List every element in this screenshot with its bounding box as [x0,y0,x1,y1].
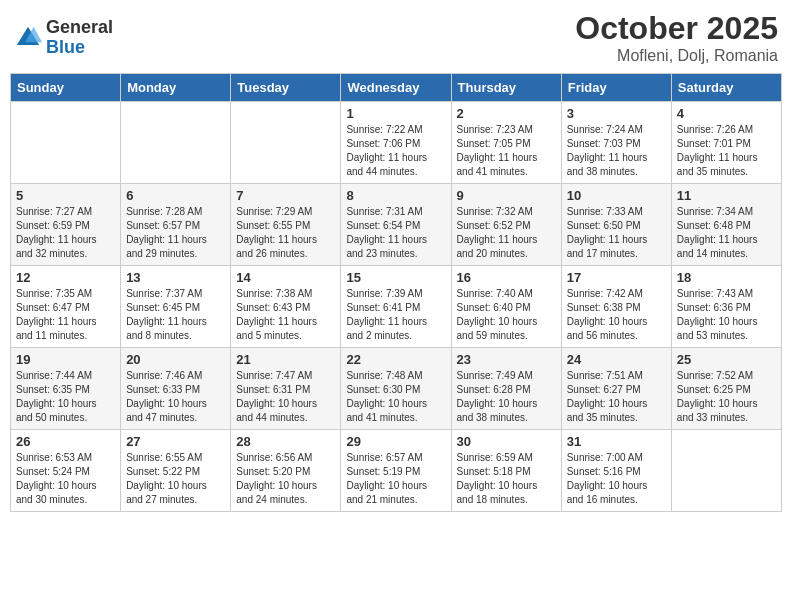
calendar-cell: 1Sunrise: 7:22 AM Sunset: 7:06 PM Daylig… [341,102,451,184]
logo-icon [14,24,42,52]
day-number: 27 [126,434,225,449]
day-info: Sunrise: 7:44 AM Sunset: 6:35 PM Dayligh… [16,369,115,425]
calendar-cell: 14Sunrise: 7:38 AM Sunset: 6:43 PM Dayli… [231,266,341,348]
calendar-cell: 5Sunrise: 7:27 AM Sunset: 6:59 PM Daylig… [11,184,121,266]
day-number: 25 [677,352,776,367]
day-number: 19 [16,352,115,367]
calendar-cell: 22Sunrise: 7:48 AM Sunset: 6:30 PM Dayli… [341,348,451,430]
calendar-cell: 19Sunrise: 7:44 AM Sunset: 6:35 PM Dayli… [11,348,121,430]
day-number: 6 [126,188,225,203]
calendar-cell: 6Sunrise: 7:28 AM Sunset: 6:57 PM Daylig… [121,184,231,266]
calendar-cell [11,102,121,184]
day-info: Sunrise: 7:51 AM Sunset: 6:27 PM Dayligh… [567,369,666,425]
calendar-cell: 9Sunrise: 7:32 AM Sunset: 6:52 PM Daylig… [451,184,561,266]
calendar-cell: 10Sunrise: 7:33 AM Sunset: 6:50 PM Dayli… [561,184,671,266]
day-info: Sunrise: 7:42 AM Sunset: 6:38 PM Dayligh… [567,287,666,343]
day-number: 9 [457,188,556,203]
logo-blue-text: Blue [46,38,113,58]
day-number: 10 [567,188,666,203]
day-info: Sunrise: 7:00 AM Sunset: 5:16 PM Dayligh… [567,451,666,507]
calendar-cell: 24Sunrise: 7:51 AM Sunset: 6:27 PM Dayli… [561,348,671,430]
day-info: Sunrise: 7:23 AM Sunset: 7:05 PM Dayligh… [457,123,556,179]
day-info: Sunrise: 7:31 AM Sunset: 6:54 PM Dayligh… [346,205,445,261]
calendar-cell: 2Sunrise: 7:23 AM Sunset: 7:05 PM Daylig… [451,102,561,184]
calendar-cell: 26Sunrise: 6:53 AM Sunset: 5:24 PM Dayli… [11,430,121,512]
day-info: Sunrise: 7:27 AM Sunset: 6:59 PM Dayligh… [16,205,115,261]
weekday-header-friday: Friday [561,74,671,102]
logo-text: General Blue [46,18,113,58]
day-info: Sunrise: 7:29 AM Sunset: 6:55 PM Dayligh… [236,205,335,261]
calendar-cell: 13Sunrise: 7:37 AM Sunset: 6:45 PM Dayli… [121,266,231,348]
day-number: 14 [236,270,335,285]
day-number: 29 [346,434,445,449]
calendar-week-row: 1Sunrise: 7:22 AM Sunset: 7:06 PM Daylig… [11,102,782,184]
day-info: Sunrise: 7:32 AM Sunset: 6:52 PM Dayligh… [457,205,556,261]
day-info: Sunrise: 7:35 AM Sunset: 6:47 PM Dayligh… [16,287,115,343]
calendar-cell: 8Sunrise: 7:31 AM Sunset: 6:54 PM Daylig… [341,184,451,266]
calendar-cell: 25Sunrise: 7:52 AM Sunset: 6:25 PM Dayli… [671,348,781,430]
calendar-cell: 30Sunrise: 6:59 AM Sunset: 5:18 PM Dayli… [451,430,561,512]
day-number: 23 [457,352,556,367]
day-info: Sunrise: 6:59 AM Sunset: 5:18 PM Dayligh… [457,451,556,507]
day-info: Sunrise: 6:53 AM Sunset: 5:24 PM Dayligh… [16,451,115,507]
day-number: 18 [677,270,776,285]
calendar-week-row: 26Sunrise: 6:53 AM Sunset: 5:24 PM Dayli… [11,430,782,512]
day-info: Sunrise: 7:46 AM Sunset: 6:33 PM Dayligh… [126,369,225,425]
day-info: Sunrise: 6:57 AM Sunset: 5:19 PM Dayligh… [346,451,445,507]
calendar-cell: 29Sunrise: 6:57 AM Sunset: 5:19 PM Dayli… [341,430,451,512]
day-number: 13 [126,270,225,285]
page-header: General Blue October 2025 Mofleni, Dolj,… [10,10,782,65]
calendar-cell: 28Sunrise: 6:56 AM Sunset: 5:20 PM Dayli… [231,430,341,512]
calendar-week-row: 12Sunrise: 7:35 AM Sunset: 6:47 PM Dayli… [11,266,782,348]
calendar-cell: 3Sunrise: 7:24 AM Sunset: 7:03 PM Daylig… [561,102,671,184]
day-info: Sunrise: 7:39 AM Sunset: 6:41 PM Dayligh… [346,287,445,343]
day-info: Sunrise: 7:47 AM Sunset: 6:31 PM Dayligh… [236,369,335,425]
day-number: 30 [457,434,556,449]
day-info: Sunrise: 7:52 AM Sunset: 6:25 PM Dayligh… [677,369,776,425]
calendar-week-row: 5Sunrise: 7:27 AM Sunset: 6:59 PM Daylig… [11,184,782,266]
calendar-cell: 17Sunrise: 7:42 AM Sunset: 6:38 PM Dayli… [561,266,671,348]
day-number: 1 [346,106,445,121]
weekday-header-thursday: Thursday [451,74,561,102]
day-info: Sunrise: 7:26 AM Sunset: 7:01 PM Dayligh… [677,123,776,179]
calendar-cell: 20Sunrise: 7:46 AM Sunset: 6:33 PM Dayli… [121,348,231,430]
day-number: 3 [567,106,666,121]
calendar-cell [231,102,341,184]
day-number: 17 [567,270,666,285]
day-info: Sunrise: 7:38 AM Sunset: 6:43 PM Dayligh… [236,287,335,343]
day-number: 5 [16,188,115,203]
day-number: 12 [16,270,115,285]
day-info: Sunrise: 6:55 AM Sunset: 5:22 PM Dayligh… [126,451,225,507]
weekday-header-saturday: Saturday [671,74,781,102]
day-number: 26 [16,434,115,449]
logo: General Blue [14,18,113,58]
day-number: 11 [677,188,776,203]
location-subtitle: Mofleni, Dolj, Romania [575,47,778,65]
day-info: Sunrise: 7:34 AM Sunset: 6:48 PM Dayligh… [677,205,776,261]
day-info: Sunrise: 7:49 AM Sunset: 6:28 PM Dayligh… [457,369,556,425]
calendar-cell: 7Sunrise: 7:29 AM Sunset: 6:55 PM Daylig… [231,184,341,266]
calendar-cell [671,430,781,512]
day-number: 22 [346,352,445,367]
day-info: Sunrise: 7:43 AM Sunset: 6:36 PM Dayligh… [677,287,776,343]
day-info: Sunrise: 7:22 AM Sunset: 7:06 PM Dayligh… [346,123,445,179]
day-info: Sunrise: 7:48 AM Sunset: 6:30 PM Dayligh… [346,369,445,425]
calendar-cell: 4Sunrise: 7:26 AM Sunset: 7:01 PM Daylig… [671,102,781,184]
day-info: Sunrise: 7:33 AM Sunset: 6:50 PM Dayligh… [567,205,666,261]
day-info: Sunrise: 7:37 AM Sunset: 6:45 PM Dayligh… [126,287,225,343]
weekday-header-tuesday: Tuesday [231,74,341,102]
weekday-header-monday: Monday [121,74,231,102]
day-number: 8 [346,188,445,203]
calendar-cell [121,102,231,184]
day-number: 2 [457,106,556,121]
day-number: 7 [236,188,335,203]
calendar-cell: 11Sunrise: 7:34 AM Sunset: 6:48 PM Dayli… [671,184,781,266]
calendar-cell: 15Sunrise: 7:39 AM Sunset: 6:41 PM Dayli… [341,266,451,348]
calendar-cell: 16Sunrise: 7:40 AM Sunset: 6:40 PM Dayli… [451,266,561,348]
calendar-table: SundayMondayTuesdayWednesdayThursdayFrid… [10,73,782,512]
day-number: 20 [126,352,225,367]
logo-general-text: General [46,18,113,38]
calendar-week-row: 19Sunrise: 7:44 AM Sunset: 6:35 PM Dayli… [11,348,782,430]
day-number: 28 [236,434,335,449]
weekday-header-row: SundayMondayTuesdayWednesdayThursdayFrid… [11,74,782,102]
